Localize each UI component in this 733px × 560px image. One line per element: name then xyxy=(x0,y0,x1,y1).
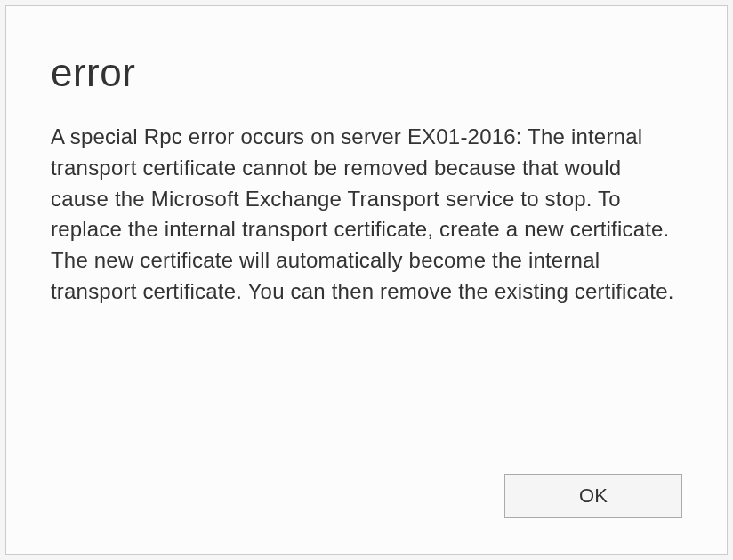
error-dialog: error A special Rpc error occurs on serv… xyxy=(5,5,728,555)
ok-button[interactable]: OK xyxy=(504,474,682,518)
dialog-footer: OK xyxy=(504,474,682,518)
dialog-message: A special Rpc error occurs on server EX0… xyxy=(51,122,682,308)
dialog-title: error xyxy=(51,51,682,95)
